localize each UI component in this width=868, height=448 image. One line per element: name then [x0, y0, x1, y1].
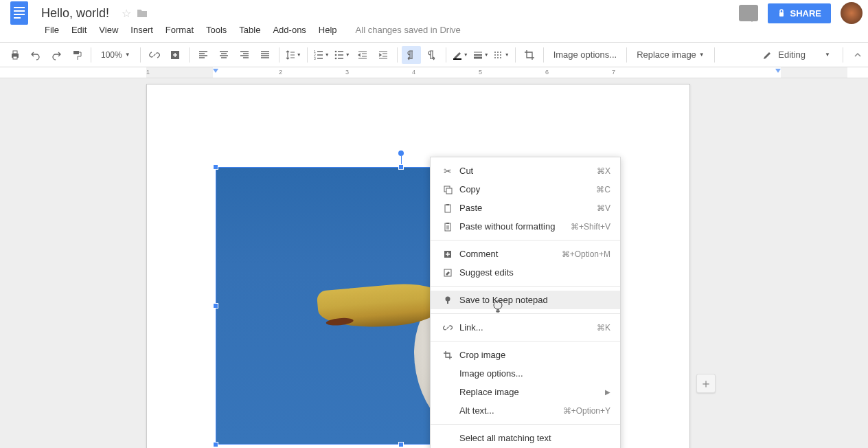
context-menu: ✂ Cut ⌘X Copy ⌘C Paste ⌘V Paste without … [430, 157, 621, 448]
document-title[interactable]: Hello, world! [41, 6, 109, 21]
docs-app-icon[interactable] [5, 0, 33, 27]
cm-suggest-edits[interactable]: Suggest edits [431, 263, 620, 282]
resize-handle-bl[interactable] [213, 442, 218, 447]
menu-edit[interactable]: Edit [67, 22, 91, 38]
keep-icon [440, 295, 455, 305]
redo-icon[interactable] [47, 46, 66, 64]
numbered-list-icon[interactable]: 123▼ [312, 46, 331, 64]
indent-decrease-icon[interactable] [353, 46, 372, 64]
cm-cut[interactable]: ✂ Cut ⌘X [431, 161, 620, 180]
line-spacing-icon[interactable]: ▼ [284, 46, 303, 64]
cm-paste-no-format[interactable]: Paste without formatting ⌘+Shift+V [431, 217, 620, 236]
paste-icon [440, 203, 455, 213]
svg-point-26 [446, 296, 450, 301]
svg-rect-20 [445, 205, 450, 212]
cm-crop-image[interactable]: Crop image [431, 346, 620, 364]
rotate-handle[interactable] [398, 150, 404, 156]
indent-increase-icon[interactable] [374, 46, 393, 64]
svg-rect-21 [446, 204, 449, 205]
undo-icon[interactable] [26, 46, 45, 64]
svg-text:3: 3 [314, 56, 316, 60]
svg-rect-3 [14, 14, 25, 15]
align-justify-icon[interactable] [255, 46, 275, 64]
menu-table[interactable]: Table [234, 22, 265, 38]
add-comment-floating-button[interactable]: ＋ [696, 374, 716, 393]
cut-icon: ✂ [440, 166, 455, 177]
svg-rect-27 [447, 301, 448, 304]
crop-icon[interactable] [520, 46, 539, 64]
rtl-icon[interactable] [422, 46, 442, 64]
cm-alt-text[interactable]: Alt text... ⌘+Option+Y [431, 401, 620, 420]
user-avatar[interactable] [841, 2, 863, 24]
ruler[interactable]: 1 2 3 4 5 6 7 [0, 67, 868, 78]
link-icon [440, 323, 455, 333]
border-dash-icon[interactable]: ▼ [492, 46, 511, 64]
border-weight-icon[interactable]: ▼ [471, 46, 490, 64]
submenu-arrow-icon: ▶ [605, 388, 610, 396]
copy-icon [440, 185, 455, 194]
paste-no-format-icon [440, 222, 455, 232]
collapse-toolbar-icon[interactable] [853, 50, 863, 60]
share-label: SHARE [790, 8, 821, 19]
cm-save-to-keep[interactable]: Save to Keep notepad [431, 291, 620, 309]
svg-rect-8 [13, 56, 17, 59]
resize-handle-ml[interactable] [213, 303, 218, 309]
align-center-icon[interactable] [214, 46, 233, 64]
zoom-select[interactable]: 100%▼ [95, 47, 136, 63]
title-row: Hello, world! ☆ SHARE [0, 0, 868, 22]
star-icon[interactable]: ☆ [122, 7, 131, 20]
svg-rect-9 [73, 51, 79, 54]
add-comment-icon[interactable] [165, 46, 185, 64]
resize-handle-tm[interactable] [398, 164, 404, 170]
toolbar: 100%▼ ▼ 123▼ ▼ ▼ ▼ ▼ Image options... Re… [0, 43, 868, 67]
svg-rect-4 [14, 17, 21, 19]
svg-rect-19 [446, 188, 452, 194]
menu-file[interactable]: File [40, 22, 64, 38]
menu-view[interactable]: View [94, 22, 123, 38]
cm-select-all-matching[interactable]: Select all matching text [431, 429, 620, 447]
link-icon[interactable] [145, 46, 164, 64]
cm-image-options[interactable]: Image options... [431, 364, 620, 383]
svg-rect-17 [453, 58, 461, 60]
align-right-icon[interactable] [235, 46, 254, 64]
editing-mode-button[interactable]: Editing ▼ [755, 47, 838, 63]
header: Hello, world! ☆ SHARE File Edit View Ins… [0, 0, 868, 43]
share-button[interactable]: SHARE [768, 3, 831, 23]
replace-image-button[interactable]: Replace image▼ [631, 47, 710, 63]
bulleted-list-icon[interactable]: ▼ [332, 46, 352, 64]
resize-handle-tl[interactable] [213, 164, 218, 170]
svg-rect-0 [10, 1, 28, 25]
svg-rect-23 [446, 223, 449, 224]
save-status: All changes saved in Drive [356, 25, 461, 35]
menu-help[interactable]: Help [314, 22, 342, 38]
menu-format[interactable]: Format [161, 22, 198, 38]
svg-point-15 [334, 54, 336, 56]
print-icon[interactable] [5, 46, 25, 64]
folder-icon[interactable] [137, 8, 148, 18]
suggest-icon [440, 268, 455, 278]
svg-rect-1 [14, 7, 25, 8]
menu-tools[interactable]: Tools [201, 22, 231, 38]
menu-addons[interactable]: Add-ons [268, 22, 310, 38]
svg-point-14 [334, 50, 336, 52]
crop-icon [440, 350, 455, 360]
border-color-icon[interactable]: ▼ [450, 46, 470, 64]
cm-link[interactable]: Link... ⌘K [431, 318, 620, 337]
image-options-button[interactable]: Image options... [548, 47, 623, 63]
menu-bar: File Edit View Insert Format Tools Table… [0, 22, 868, 42]
svg-point-16 [334, 57, 336, 59]
paint-format-icon[interactable] [67, 46, 87, 64]
menu-insert[interactable]: Insert [126, 22, 158, 38]
cm-paste[interactable]: Paste ⌘V [431, 199, 620, 217]
cm-copy[interactable]: Copy ⌘C [431, 180, 620, 199]
svg-rect-5 [779, 12, 784, 16]
resize-handle-bm[interactable] [398, 442, 404, 447]
cm-comment[interactable]: Comment ⌘+Option+M [431, 245, 620, 263]
svg-rect-7 [13, 51, 17, 54]
ltr-icon[interactable] [402, 46, 421, 64]
align-left-icon[interactable] [194, 46, 213, 64]
comment-icon [440, 249, 455, 259]
svg-rect-2 [14, 10, 25, 12]
comments-icon[interactable] [739, 5, 758, 21]
cm-replace-image[interactable]: Replace image ▶ [431, 383, 620, 401]
